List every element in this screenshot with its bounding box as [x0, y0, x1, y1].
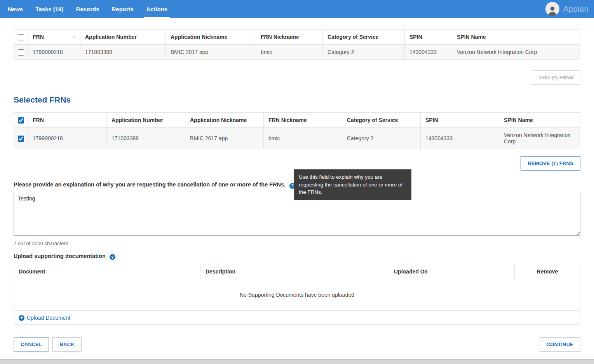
table-header-row: Document Description Uploaded On Remove	[14, 264, 580, 279]
cell-spin-name: Verizon Network Integration Corp	[452, 45, 580, 60]
column-header-frn-nickname: FRN Nickname	[264, 113, 342, 128]
column-header-spin: SPIN	[421, 113, 499, 128]
upload-documentation-label: Upload supporting documentation ?	[14, 253, 580, 260]
frn-search-results-table: FRN ↑ Application Number Application Nic…	[14, 29, 580, 60]
column-header-description: Description	[201, 264, 389, 279]
form-footer: CANCEL BACK CONTINUE	[14, 337, 580, 352]
column-header-spin-name: SPIN Name	[499, 113, 580, 128]
select-all-checkbox[interactable]	[18, 117, 24, 124]
column-header-frn: FRN	[33, 34, 44, 40]
nav-tabs: News Tasks (19) Records Reports Actions	[2, 0, 174, 18]
row-checkbox[interactable]	[18, 136, 24, 142]
empty-state-message: No Supporting Documents have been upload…	[14, 279, 580, 311]
column-header-uploaded-on: Uploaded On	[389, 264, 515, 279]
cell-frn: 1799000218	[28, 45, 80, 60]
add-frns-button[interactable]: ADD (0) FRNS	[532, 70, 580, 85]
upload-link-row: + Upload Document	[14, 311, 580, 325]
column-header-spin: SPIN	[405, 30, 452, 45]
user-area: Appian	[545, 0, 589, 18]
cell-frn: 1799000218	[28, 128, 107, 149]
column-header-application-nickname: Application Nickname	[166, 30, 256, 45]
cell-application-nickname: BMIC 2017 app	[185, 128, 264, 149]
nav-tab-actions[interactable]: Actions	[140, 0, 174, 18]
brand-appian: Appian	[563, 4, 589, 14]
upload-label-text: Upload supporting documentation	[14, 253, 106, 259]
continue-button[interactable]: CONTINUE	[540, 337, 581, 352]
top-nav: News Tasks (19) Records Reports Actions …	[0, 0, 594, 18]
character-counter: 7 out of 2000 characters	[14, 240, 580, 246]
table-header-row: FRN Application Number Application Nickn…	[14, 113, 580, 128]
empty-state-row: No Supporting Documents have been upload…	[14, 279, 580, 311]
back-button[interactable]: BACK	[52, 337, 81, 352]
tooltip: Use this field to explain why you are re…	[294, 169, 411, 200]
nav-tab-records[interactable]: Records	[70, 0, 105, 18]
column-header-document: Document	[14, 264, 201, 279]
cell-frn-nickname: bmic	[256, 45, 323, 60]
cell-category-of-service: Category 2	[342, 128, 421, 149]
page: News Tasks (19) Records Reports Actions …	[0, 0, 594, 364]
upload-document-link[interactable]: + Upload Document	[19, 315, 70, 321]
upload-document-link-label: Upload Document	[27, 315, 70, 321]
selected-frns-heading: Selected FRNs	[14, 95, 580, 104]
nav-tab-news[interactable]: News	[2, 0, 29, 18]
cell-spin-name: Verizon Network Integration Corp	[499, 128, 580, 149]
table-row: 1799000218 171003388 BMIC 2017 app bmic …	[14, 128, 580, 149]
plus-icon: +	[19, 315, 24, 321]
nav-tab-reports[interactable]: Reports	[105, 0, 140, 18]
column-header-spin-name: SPIN Name	[452, 30, 580, 45]
column-header-frn-nickname: FRN Nickname	[256, 30, 323, 45]
column-header-category-of-service: Category of Service	[342, 113, 421, 128]
select-all-checkbox[interactable]	[18, 34, 24, 40]
cell-application-number: 171003388	[80, 45, 166, 60]
cell-spin: 143004333	[421, 128, 499, 149]
user-avatar[interactable]	[545, 2, 559, 16]
table-row: 1799000218 171003388 BMIC 2017 app bmic …	[14, 45, 580, 60]
page-bottom-strip	[0, 359, 594, 364]
column-header-category-of-service: Category of Service	[323, 30, 405, 45]
column-header-frn: FRN	[28, 113, 107, 128]
cancel-button[interactable]: CANCEL	[14, 337, 49, 352]
column-header-application-nickname: Application Nickname	[185, 113, 264, 128]
column-header-application-number: Application Number	[80, 30, 166, 45]
help-icon[interactable]: ?	[110, 254, 115, 260]
sort-ascending-icon[interactable]: ↑	[73, 34, 75, 40]
column-header-application-number: Application Number	[107, 113, 185, 128]
supporting-documents-table: Document Description Uploaded On Remove …	[14, 264, 580, 325]
cell-application-nickname: BMIC 2017 app	[166, 45, 256, 60]
table-header-row: FRN ↑ Application Number Application Nic…	[14, 30, 580, 45]
row-checkbox[interactable]	[18, 49, 24, 56]
remove-frns-button[interactable]: REMOVE (1) FRNS	[521, 156, 580, 171]
cell-spin: 143004333	[405, 45, 452, 60]
explanation-label-text: Please provide an explanation of why you…	[14, 181, 286, 188]
cell-frn-nickname: bmic	[264, 128, 342, 149]
person-icon	[547, 4, 558, 16]
column-header-remove: Remove	[515, 264, 580, 279]
nav-tab-tasks[interactable]: Tasks (19)	[29, 0, 70, 18]
selected-frns-table: FRN Application Number Application Nickn…	[14, 112, 580, 149]
cell-category-of-service: Category 2	[323, 45, 405, 60]
cell-application-number: 171003388	[107, 128, 185, 149]
